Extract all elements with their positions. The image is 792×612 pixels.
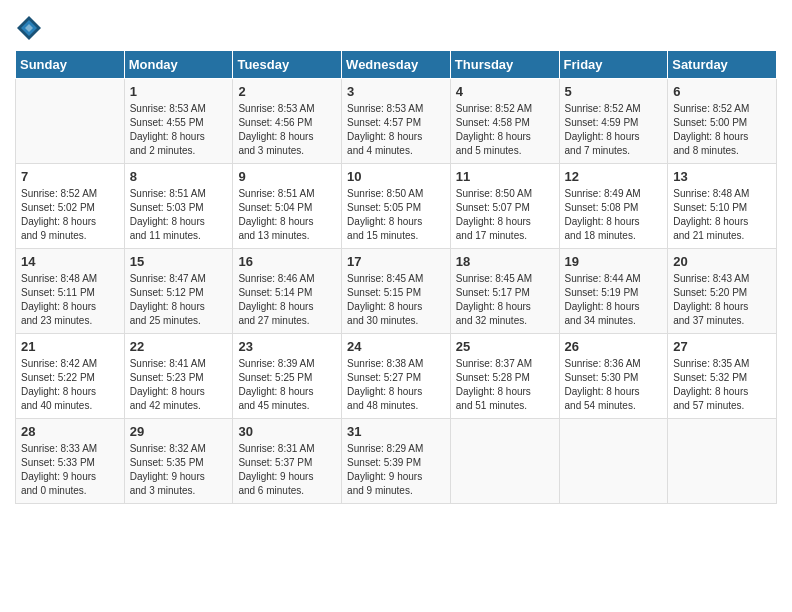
calendar-cell: 23Sunrise: 8:39 AM Sunset: 5:25 PM Dayli… [233,334,342,419]
cell-date-number: 30 [238,424,337,439]
cell-info-text: Sunrise: 8:46 AM Sunset: 5:14 PM Dayligh… [238,272,337,328]
cell-info-text: Sunrise: 8:36 AM Sunset: 5:30 PM Dayligh… [565,357,664,413]
calendar-cell: 22Sunrise: 8:41 AM Sunset: 5:23 PM Dayli… [124,334,233,419]
week-row-1: 1Sunrise: 8:53 AM Sunset: 4:55 PM Daylig… [16,79,777,164]
cell-date-number: 6 [673,84,772,99]
cell-info-text: Sunrise: 8:52 AM Sunset: 4:58 PM Dayligh… [456,102,555,158]
cell-info-text: Sunrise: 8:48 AM Sunset: 5:10 PM Dayligh… [673,187,772,243]
cell-info-text: Sunrise: 8:50 AM Sunset: 5:05 PM Dayligh… [347,187,446,243]
calendar-cell [450,419,559,504]
cell-date-number: 9 [238,169,337,184]
cell-info-text: Sunrise: 8:51 AM Sunset: 5:04 PM Dayligh… [238,187,337,243]
calendar-cell: 8Sunrise: 8:51 AM Sunset: 5:03 PM Daylig… [124,164,233,249]
cell-info-text: Sunrise: 8:42 AM Sunset: 5:22 PM Dayligh… [21,357,120,413]
cell-info-text: Sunrise: 8:53 AM Sunset: 4:57 PM Dayligh… [347,102,446,158]
calendar-cell: 16Sunrise: 8:46 AM Sunset: 5:14 PM Dayli… [233,249,342,334]
calendar-cell: 17Sunrise: 8:45 AM Sunset: 5:15 PM Dayli… [342,249,451,334]
cell-info-text: Sunrise: 8:37 AM Sunset: 5:28 PM Dayligh… [456,357,555,413]
calendar-cell: 11Sunrise: 8:50 AM Sunset: 5:07 PM Dayli… [450,164,559,249]
week-row-3: 14Sunrise: 8:48 AM Sunset: 5:11 PM Dayli… [16,249,777,334]
cell-info-text: Sunrise: 8:29 AM Sunset: 5:39 PM Dayligh… [347,442,446,498]
cell-info-text: Sunrise: 8:53 AM Sunset: 4:55 PM Dayligh… [130,102,229,158]
cell-date-number: 11 [456,169,555,184]
cell-date-number: 26 [565,339,664,354]
cell-date-number: 21 [21,339,120,354]
column-header-monday: Monday [124,51,233,79]
calendar-cell: 31Sunrise: 8:29 AM Sunset: 5:39 PM Dayli… [342,419,451,504]
calendar-table: SundayMondayTuesdayWednesdayThursdayFrid… [15,50,777,504]
cell-date-number: 18 [456,254,555,269]
cell-info-text: Sunrise: 8:52 AM Sunset: 4:59 PM Dayligh… [565,102,664,158]
cell-date-number: 25 [456,339,555,354]
calendar-cell: 1Sunrise: 8:53 AM Sunset: 4:55 PM Daylig… [124,79,233,164]
calendar-cell: 9Sunrise: 8:51 AM Sunset: 5:04 PM Daylig… [233,164,342,249]
cell-date-number: 20 [673,254,772,269]
cell-date-number: 14 [21,254,120,269]
cell-date-number: 31 [347,424,446,439]
logo-icon [15,14,43,42]
cell-info-text: Sunrise: 8:44 AM Sunset: 5:19 PM Dayligh… [565,272,664,328]
column-header-sunday: Sunday [16,51,125,79]
cell-info-text: Sunrise: 8:53 AM Sunset: 4:56 PM Dayligh… [238,102,337,158]
cell-date-number: 24 [347,339,446,354]
calendar-cell: 15Sunrise: 8:47 AM Sunset: 5:12 PM Dayli… [124,249,233,334]
calendar-cell [668,419,777,504]
column-header-wednesday: Wednesday [342,51,451,79]
calendar-cell: 6Sunrise: 8:52 AM Sunset: 5:00 PM Daylig… [668,79,777,164]
page-header [15,10,777,42]
cell-info-text: Sunrise: 8:50 AM Sunset: 5:07 PM Dayligh… [456,187,555,243]
calendar-cell: 7Sunrise: 8:52 AM Sunset: 5:02 PM Daylig… [16,164,125,249]
calendar-cell: 24Sunrise: 8:38 AM Sunset: 5:27 PM Dayli… [342,334,451,419]
cell-date-number: 15 [130,254,229,269]
calendar-cell: 20Sunrise: 8:43 AM Sunset: 5:20 PM Dayli… [668,249,777,334]
cell-info-text: Sunrise: 8:35 AM Sunset: 5:32 PM Dayligh… [673,357,772,413]
calendar-cell: 29Sunrise: 8:32 AM Sunset: 5:35 PM Dayli… [124,419,233,504]
cell-info-text: Sunrise: 8:32 AM Sunset: 5:35 PM Dayligh… [130,442,229,498]
calendar-cell: 30Sunrise: 8:31 AM Sunset: 5:37 PM Dayli… [233,419,342,504]
column-header-saturday: Saturday [668,51,777,79]
cell-info-text: Sunrise: 8:47 AM Sunset: 5:12 PM Dayligh… [130,272,229,328]
calendar-cell: 19Sunrise: 8:44 AM Sunset: 5:19 PM Dayli… [559,249,668,334]
cell-date-number: 16 [238,254,337,269]
cell-date-number: 29 [130,424,229,439]
cell-info-text: Sunrise: 8:41 AM Sunset: 5:23 PM Dayligh… [130,357,229,413]
cell-info-text: Sunrise: 8:52 AM Sunset: 5:02 PM Dayligh… [21,187,120,243]
cell-info-text: Sunrise: 8:45 AM Sunset: 5:17 PM Dayligh… [456,272,555,328]
cell-info-text: Sunrise: 8:43 AM Sunset: 5:20 PM Dayligh… [673,272,772,328]
column-header-tuesday: Tuesday [233,51,342,79]
calendar-cell: 3Sunrise: 8:53 AM Sunset: 4:57 PM Daylig… [342,79,451,164]
cell-info-text: Sunrise: 8:31 AM Sunset: 5:37 PM Dayligh… [238,442,337,498]
week-row-4: 21Sunrise: 8:42 AM Sunset: 5:22 PM Dayli… [16,334,777,419]
cell-info-text: Sunrise: 8:45 AM Sunset: 5:15 PM Dayligh… [347,272,446,328]
calendar-cell: 5Sunrise: 8:52 AM Sunset: 4:59 PM Daylig… [559,79,668,164]
cell-date-number: 1 [130,84,229,99]
cell-date-number: 4 [456,84,555,99]
calendar-cell: 27Sunrise: 8:35 AM Sunset: 5:32 PM Dayli… [668,334,777,419]
logo [15,14,47,42]
cell-date-number: 12 [565,169,664,184]
calendar-cell [16,79,125,164]
cell-date-number: 27 [673,339,772,354]
calendar-cell: 14Sunrise: 8:48 AM Sunset: 5:11 PM Dayli… [16,249,125,334]
cell-date-number: 10 [347,169,446,184]
cell-date-number: 22 [130,339,229,354]
cell-info-text: Sunrise: 8:48 AM Sunset: 5:11 PM Dayligh… [21,272,120,328]
cell-date-number: 23 [238,339,337,354]
calendar-cell: 13Sunrise: 8:48 AM Sunset: 5:10 PM Dayli… [668,164,777,249]
cell-date-number: 19 [565,254,664,269]
calendar-cell: 10Sunrise: 8:50 AM Sunset: 5:05 PM Dayli… [342,164,451,249]
calendar-cell: 12Sunrise: 8:49 AM Sunset: 5:08 PM Dayli… [559,164,668,249]
week-row-2: 7Sunrise: 8:52 AM Sunset: 5:02 PM Daylig… [16,164,777,249]
cell-info-text: Sunrise: 8:51 AM Sunset: 5:03 PM Dayligh… [130,187,229,243]
calendar-cell [559,419,668,504]
calendar-cell: 2Sunrise: 8:53 AM Sunset: 4:56 PM Daylig… [233,79,342,164]
cell-date-number: 13 [673,169,772,184]
cell-date-number: 28 [21,424,120,439]
cell-date-number: 17 [347,254,446,269]
calendar-cell: 25Sunrise: 8:37 AM Sunset: 5:28 PM Dayli… [450,334,559,419]
week-row-5: 28Sunrise: 8:33 AM Sunset: 5:33 PM Dayli… [16,419,777,504]
calendar-cell: 18Sunrise: 8:45 AM Sunset: 5:17 PM Dayli… [450,249,559,334]
cell-date-number: 2 [238,84,337,99]
cell-info-text: Sunrise: 8:39 AM Sunset: 5:25 PM Dayligh… [238,357,337,413]
cell-date-number: 7 [21,169,120,184]
